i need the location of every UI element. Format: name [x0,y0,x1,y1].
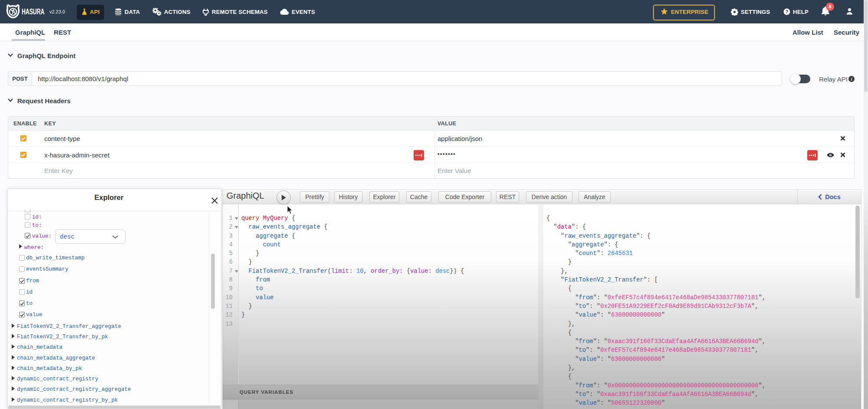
svg-text:?: ? [786,9,789,14]
